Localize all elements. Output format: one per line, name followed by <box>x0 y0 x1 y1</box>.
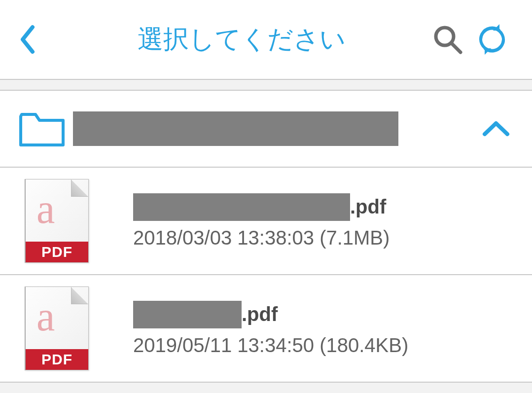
file-name: .pdf <box>133 193 512 221</box>
file-extension: .pdf <box>242 303 278 325</box>
search-icon <box>432 24 463 55</box>
file-name-mask <box>133 301 242 328</box>
file-meta: 2019/05/11 13:34:50 (180.4KB) <box>133 334 512 357</box>
file-extension: .pdf <box>350 196 386 218</box>
back-button[interactable] <box>18 24 57 55</box>
pdf-file-icon: a PDF <box>25 286 99 370</box>
doc-type-band: PDF <box>26 349 88 370</box>
svg-line-1 <box>452 43 461 52</box>
chevron-up-icon <box>482 119 510 138</box>
folder-name-mask <box>73 111 398 146</box>
doc-letter-a: a <box>36 188 55 230</box>
search-button[interactable] <box>426 24 470 55</box>
file-row[interactable]: a PDF .pdf 2019/05/11 13:34:50 (180.4KB) <box>0 275 532 383</box>
app-header: 選択してください <box>0 0 532 80</box>
file-info: .pdf 2019/05/11 13:34:50 (180.4KB) <box>133 301 512 357</box>
page-title: 選択してください <box>57 22 426 57</box>
doc-letter-a: a <box>36 296 55 337</box>
collapse-toggle[interactable] <box>479 119 513 138</box>
refresh-button[interactable] <box>470 22 514 57</box>
folder-row[interactable] <box>0 90 532 168</box>
file-row[interactable]: a PDF .pdf 2018/03/03 13:38:03 (7.1MB) <box>0 168 532 275</box>
file-info: .pdf 2018/03/03 13:38:03 (7.1MB) <box>133 193 512 249</box>
pdf-file-icon: a PDF <box>25 179 99 263</box>
doc-type-band: PDF <box>26 242 88 262</box>
file-name: .pdf <box>133 301 512 328</box>
file-meta: 2018/03/03 13:38:03 (7.1MB) <box>133 227 512 249</box>
file-name-mask <box>133 193 350 221</box>
chevron-left-icon <box>18 24 36 55</box>
folder-icon <box>19 109 68 148</box>
refresh-icon <box>475 22 509 57</box>
